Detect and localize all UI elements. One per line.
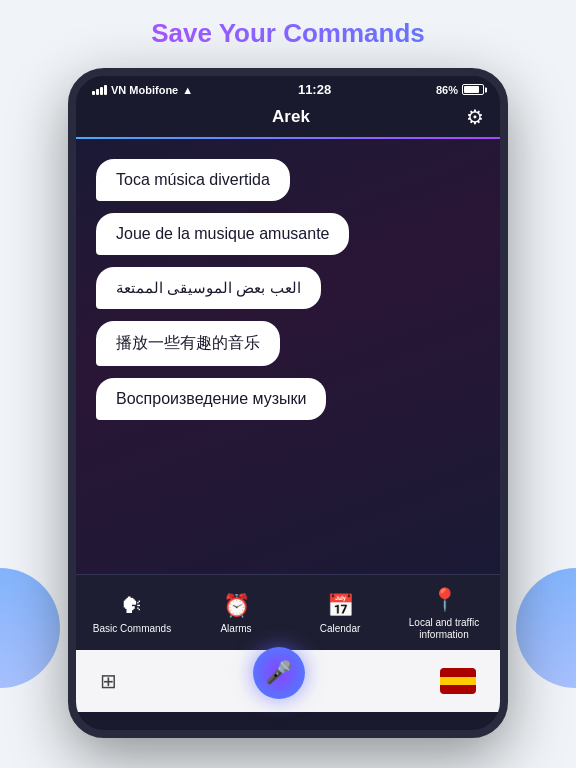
alarms-icon: ⏰	[223, 593, 250, 619]
command-bubble: 播放一些有趣的音乐	[96, 321, 280, 366]
tab-basic-commands-label: Basic Commands	[93, 623, 171, 635]
status-left: VN Mobifone ▲	[92, 84, 193, 96]
command-bubble: Toca música divertida	[96, 159, 290, 201]
signal-icon	[92, 85, 107, 95]
mic-icon: 🎤	[265, 660, 292, 686]
status-time: 11:28	[298, 82, 331, 97]
flag-middle	[440, 677, 476, 686]
traffic-icon: 📍	[431, 587, 458, 613]
command-bubble: Воспроизведение музыки	[96, 378, 326, 420]
settings-button[interactable]: ⚙	[466, 105, 484, 129]
tab-basic-commands[interactable]: 🗣 Basic Commands	[87, 593, 177, 635]
battery-percent: 86%	[436, 84, 458, 96]
language-flag-button[interactable]	[440, 668, 476, 694]
battery-icon	[462, 84, 484, 95]
tab-alarms[interactable]: ⏰ Alarms	[191, 593, 281, 635]
command-bubble: Joue de la musique amusante	[96, 213, 349, 255]
status-right: 86%	[436, 84, 484, 96]
tab-traffic-label: Local and traffic information	[399, 617, 489, 641]
microphone-button[interactable]: 🎤	[253, 647, 305, 699]
basic-commands-icon: 🗣	[121, 593, 143, 619]
grid-button[interactable]: ⊞	[100, 669, 117, 693]
tab-calendar-label: Calendar	[320, 623, 361, 635]
bottom-bar: ⊞ 🎤	[76, 650, 500, 712]
header-title: Arek	[116, 107, 466, 127]
tab-bar: 🗣 Basic Commands ⏰ Alarms 📅 Calendar 📍 L…	[76, 574, 500, 650]
status-bar: VN Mobifone ▲ 11:28 86%	[76, 76, 500, 101]
main-content: Toca música divertida Joue de la musique…	[76, 139, 500, 574]
wave-decoration-left	[0, 568, 60, 688]
page-title: Save Your Commands	[0, 0, 576, 61]
wave-decoration-right	[516, 568, 576, 688]
tab-calendar[interactable]: 📅 Calendar	[295, 593, 385, 635]
tab-alarms-label: Alarms	[220, 623, 251, 635]
calendar-icon: 📅	[327, 593, 354, 619]
flag-top	[440, 668, 476, 677]
header-bar: Arek ⚙	[76, 101, 500, 137]
command-bubble: العب بعض الموسيقى الممتعة	[96, 267, 321, 309]
wifi-icon: ▲	[182, 84, 193, 96]
device-frame: VN Mobifone ▲ 11:28 86% Arek ⚙ Toca músi…	[68, 68, 508, 738]
carrier-label: VN Mobifone	[111, 84, 178, 96]
tab-traffic[interactable]: 📍 Local and traffic information	[399, 587, 489, 641]
flag-bottom	[440, 685, 476, 694]
